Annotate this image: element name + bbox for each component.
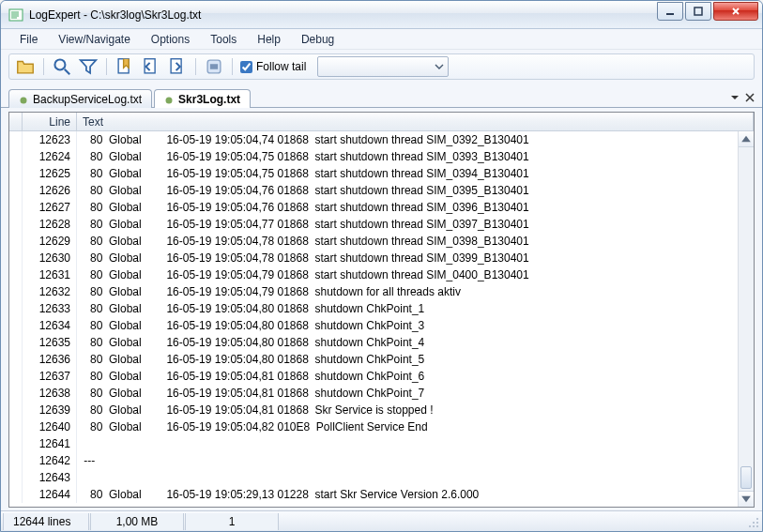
table-row[interactable]: 12632 80 Global 16-05-19 19:05:04,79 018…: [9, 283, 738, 300]
menu-options[interactable]: Options: [142, 31, 199, 48]
bullet-icon: [19, 95, 28, 104]
tab-label: BackupServiceLog.txt: [33, 93, 142, 106]
highlight-icon[interactable]: [204, 56, 224, 77]
bookmark-toggle-icon[interactable]: [114, 56, 135, 77]
cell-text: 80 Global 16-05-19 19:05:04,79 01868 shu…: [77, 283, 738, 300]
cell-line: 12634: [23, 317, 77, 334]
svg-rect-13: [210, 64, 218, 69]
svg-rect-5: [666, 13, 674, 15]
menu-debug[interactable]: Debug: [292, 31, 343, 48]
filter-icon[interactable]: [78, 56, 99, 77]
minimize-button[interactable]: [657, 2, 683, 21]
titlebar[interactable]: LogExpert - C:\skr3log\Skr3Log.txt: [1, 1, 762, 29]
table-row[interactable]: 12631 80 Global 16-05-19 19:05:04,79 018…: [9, 266, 738, 283]
statusbar: 12644 lines 1,00 MB 1: [1, 510, 762, 531]
grid-body[interactable]: 12623 80 Global 16-05-19 19:05:04,74 018…: [9, 131, 738, 507]
follow-tail-label: Follow tail: [256, 60, 306, 73]
svg-rect-20: [753, 525, 755, 527]
table-row[interactable]: 12641: [9, 435, 738, 452]
cell-text: 80 Global 16-05-19 19:05:04,74 01868 sta…: [77, 131, 738, 148]
table-row[interactable]: 12633 80 Global 16-05-19 19:05:04,80 018…: [9, 300, 738, 317]
cell-line: 12631: [23, 266, 77, 283]
menu-file[interactable]: File: [10, 31, 47, 48]
cell-line: 12623: [23, 131, 77, 148]
table-row[interactable]: 12638 80 Global 16-05-19 19:05:04,81 018…: [9, 385, 738, 402]
table-row[interactable]: 12623 80 Global 16-05-19 19:05:04,74 018…: [9, 131, 738, 148]
table-row[interactable]: 12643: [9, 469, 738, 486]
cell-line: 12635: [23, 334, 77, 351]
cell-text: 80 Global 16-05-19 19:05:04,75 01868 sta…: [77, 165, 738, 182]
svg-rect-21: [749, 525, 751, 527]
status-size: 1,00 MB: [90, 513, 184, 530]
cell-text: 80 Global 16-05-19 19:05:04,81 01868 shu…: [77, 385, 738, 402]
cell-text: 80 Global 16-05-19 19:05:04,79 01868 sta…: [77, 266, 738, 283]
cell-line: 12636: [23, 351, 77, 368]
scroll-track[interactable]: [739, 147, 754, 491]
cell-text: 80 Global 16-05-19 19:05:04,75 01868 sta…: [77, 148, 738, 165]
follow-tail-toggle[interactable]: Follow tail: [240, 60, 306, 73]
close-button[interactable]: [713, 2, 758, 21]
table-row[interactable]: 12627 80 Global 16-05-19 19:05:04,76 018…: [9, 199, 738, 216]
menu-tools[interactable]: Tools: [201, 31, 246, 48]
bookmark-next-icon[interactable]: [167, 56, 188, 77]
toolbar: Follow tail: [1, 50, 762, 87]
tabs-row: BackupServiceLog.txt Skr3Log.txt: [1, 87, 762, 108]
cell-text: 80 Global 16-05-19 19:05:29,13 01228 sta…: [77, 486, 738, 503]
table-row[interactable]: 12640 80 Global 16-05-19 19:05:04,82 010…: [9, 418, 738, 435]
tab-menu-chevron-icon[interactable]: [730, 92, 740, 105]
table-row[interactable]: 12636 80 Global 16-05-19 19:05:04,80 018…: [9, 351, 738, 368]
table-row[interactable]: 12635 80 Global 16-05-19 19:05:04,80 018…: [9, 334, 738, 351]
app-window: LogExpert - C:\skr3log\Skr3Log.txt File …: [0, 0, 763, 532]
table-row[interactable]: 12626 80 Global 16-05-19 19:05:04,76 018…: [9, 182, 738, 199]
bookmark-prev-icon[interactable]: [141, 56, 161, 77]
table-row[interactable]: 12628 80 Global 16-05-19 19:05:04,77 018…: [9, 216, 738, 233]
cell-line: 12632: [23, 283, 77, 300]
table-row[interactable]: 12630 80 Global 16-05-19 19:05:04,78 018…: [9, 250, 738, 266]
cell-text: 80 Global 16-05-19 19:05:04,78 01868 sta…: [77, 233, 738, 250]
svg-rect-0: [9, 9, 23, 21]
cell-text: ---: [77, 452, 738, 469]
menubar: File View/Navigate Options Tools Help De…: [1, 29, 762, 50]
tab-close-icon[interactable]: [745, 92, 755, 105]
table-row[interactable]: 12642 ---: [9, 452, 738, 469]
cell-line: 12627: [23, 199, 77, 216]
vertical-scrollbar[interactable]: [738, 131, 754, 507]
cell-line: 12630: [23, 250, 77, 266]
cell-text: 80 Global 16-05-19 19:05:04,76 01868 sta…: [77, 182, 738, 199]
highlight-group-combo[interactable]: [317, 56, 449, 77]
table-row[interactable]: 12644 80 Global 16-05-19 19:05:29,13 012…: [9, 486, 738, 503]
toolbar-separator: [195, 58, 196, 75]
column-header-text[interactable]: Text: [77, 113, 754, 130]
svg-rect-18: [753, 522, 755, 524]
table-row[interactable]: 12634 80 Global 16-05-19 19:05:04,80 018…: [9, 317, 738, 334]
table-row[interactable]: 12629 80 Global 16-05-19 19:05:04,78 018…: [9, 233, 738, 250]
cell-line: 12628: [23, 216, 77, 233]
table-row[interactable]: 12624 80 Global 16-05-19 19:05:04,75 018…: [9, 148, 738, 165]
cell-line: 12638: [23, 385, 77, 402]
cell-line: 12640: [23, 418, 77, 435]
table-row[interactable]: 12625 80 Global 16-05-19 19:05:04,75 018…: [9, 165, 738, 182]
maximize-button[interactable]: [685, 2, 711, 21]
follow-tail-checkbox[interactable]: [240, 61, 252, 73]
search-icon[interactable]: [52, 56, 72, 77]
svg-point-15: [166, 97, 173, 103]
cell-text: 80 Global 16-05-19 19:05:04,80 01868 shu…: [77, 300, 738, 317]
cell-text: 80 Global 16-05-19 19:05:04,82 010E8 Pol…: [77, 418, 738, 435]
menu-help[interactable]: Help: [248, 31, 290, 48]
cell-text: 80 Global 16-05-19 19:05:04,80 01868 shu…: [77, 317, 738, 334]
tab-backup-log[interactable]: BackupServiceLog.txt: [8, 89, 152, 108]
scroll-down-icon[interactable]: [739, 491, 754, 507]
open-file-icon[interactable]: [15, 56, 36, 77]
cell-text: 80 Global 16-05-19 19:05:04,77 01868 sta…: [77, 216, 738, 233]
table-row[interactable]: 12639 80 Global 16-05-19 19:05:04,81 018…: [9, 402, 738, 418]
resize-grip-icon[interactable]: [745, 514, 760, 529]
cell-text: 80 Global 16-05-19 19:05:04,80 01868 shu…: [77, 334, 738, 351]
menu-view[interactable]: View/Navigate: [49, 31, 140, 48]
toolbar-separator: [232, 58, 233, 75]
cell-line: 12641: [23, 435, 77, 452]
tab-skr3log[interactable]: Skr3Log.txt: [154, 89, 251, 108]
table-row[interactable]: 12637 80 Global 16-05-19 19:05:04,81 018…: [9, 368, 738, 385]
scroll-thumb[interactable]: [740, 466, 752, 489]
scroll-up-icon[interactable]: [739, 131, 754, 147]
column-header-line[interactable]: Line: [23, 113, 77, 130]
